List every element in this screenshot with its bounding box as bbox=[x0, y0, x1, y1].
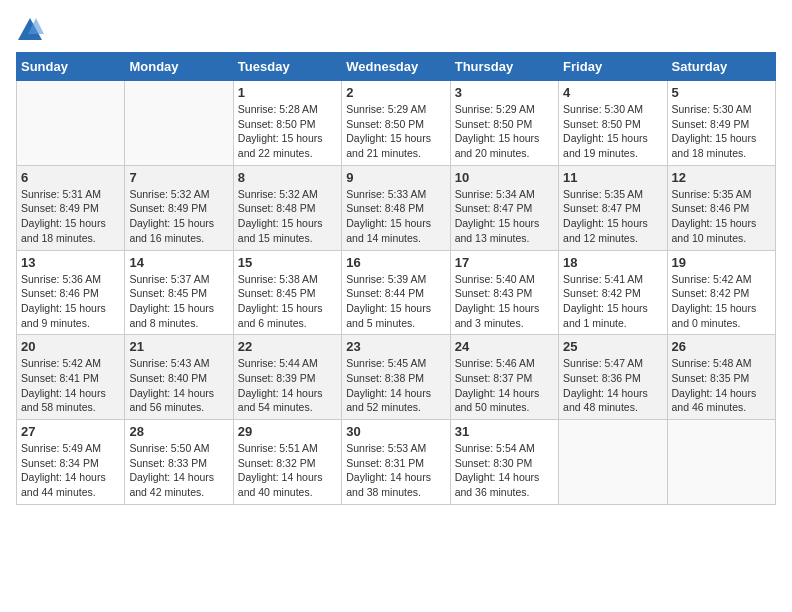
day-number: 3 bbox=[455, 85, 554, 100]
day-number: 11 bbox=[563, 170, 662, 185]
calendar-cell bbox=[17, 81, 125, 166]
calendar-week-row: 6Sunrise: 5:31 AM Sunset: 8:49 PM Daylig… bbox=[17, 165, 776, 250]
calendar-cell: 25Sunrise: 5:47 AM Sunset: 8:36 PM Dayli… bbox=[559, 335, 667, 420]
calendar-header-thursday: Thursday bbox=[450, 53, 558, 81]
day-info: Sunrise: 5:39 AM Sunset: 8:44 PM Dayligh… bbox=[346, 272, 445, 331]
calendar-cell: 11Sunrise: 5:35 AM Sunset: 8:47 PM Dayli… bbox=[559, 165, 667, 250]
day-number: 9 bbox=[346, 170, 445, 185]
calendar-header-monday: Monday bbox=[125, 53, 233, 81]
calendar-header-row: SundayMondayTuesdayWednesdayThursdayFrid… bbox=[17, 53, 776, 81]
calendar-cell: 31Sunrise: 5:54 AM Sunset: 8:30 PM Dayli… bbox=[450, 420, 558, 505]
calendar-week-row: 1Sunrise: 5:28 AM Sunset: 8:50 PM Daylig… bbox=[17, 81, 776, 166]
calendar-cell: 3Sunrise: 5:29 AM Sunset: 8:50 PM Daylig… bbox=[450, 81, 558, 166]
calendar-cell: 30Sunrise: 5:53 AM Sunset: 8:31 PM Dayli… bbox=[342, 420, 450, 505]
calendar-week-row: 13Sunrise: 5:36 AM Sunset: 8:46 PM Dayli… bbox=[17, 250, 776, 335]
day-number: 24 bbox=[455, 339, 554, 354]
calendar-cell: 29Sunrise: 5:51 AM Sunset: 8:32 PM Dayli… bbox=[233, 420, 341, 505]
calendar-cell: 15Sunrise: 5:38 AM Sunset: 8:45 PM Dayli… bbox=[233, 250, 341, 335]
day-info: Sunrise: 5:51 AM Sunset: 8:32 PM Dayligh… bbox=[238, 441, 337, 500]
day-info: Sunrise: 5:48 AM Sunset: 8:35 PM Dayligh… bbox=[672, 356, 771, 415]
calendar-cell: 24Sunrise: 5:46 AM Sunset: 8:37 PM Dayli… bbox=[450, 335, 558, 420]
page-header bbox=[16, 16, 776, 44]
calendar-cell: 16Sunrise: 5:39 AM Sunset: 8:44 PM Dayli… bbox=[342, 250, 450, 335]
day-info: Sunrise: 5:35 AM Sunset: 8:46 PM Dayligh… bbox=[672, 187, 771, 246]
day-number: 26 bbox=[672, 339, 771, 354]
day-info: Sunrise: 5:54 AM Sunset: 8:30 PM Dayligh… bbox=[455, 441, 554, 500]
calendar-cell: 5Sunrise: 5:30 AM Sunset: 8:49 PM Daylig… bbox=[667, 81, 775, 166]
day-number: 1 bbox=[238, 85, 337, 100]
calendar-cell: 7Sunrise: 5:32 AM Sunset: 8:49 PM Daylig… bbox=[125, 165, 233, 250]
calendar-week-row: 20Sunrise: 5:42 AM Sunset: 8:41 PM Dayli… bbox=[17, 335, 776, 420]
calendar-week-row: 27Sunrise: 5:49 AM Sunset: 8:34 PM Dayli… bbox=[17, 420, 776, 505]
day-info: Sunrise: 5:40 AM Sunset: 8:43 PM Dayligh… bbox=[455, 272, 554, 331]
day-info: Sunrise: 5:36 AM Sunset: 8:46 PM Dayligh… bbox=[21, 272, 120, 331]
day-info: Sunrise: 5:38 AM Sunset: 8:45 PM Dayligh… bbox=[238, 272, 337, 331]
logo bbox=[16, 16, 48, 44]
calendar-cell: 2Sunrise: 5:29 AM Sunset: 8:50 PM Daylig… bbox=[342, 81, 450, 166]
day-info: Sunrise: 5:28 AM Sunset: 8:50 PM Dayligh… bbox=[238, 102, 337, 161]
calendar-cell bbox=[667, 420, 775, 505]
day-number: 7 bbox=[129, 170, 228, 185]
day-number: 21 bbox=[129, 339, 228, 354]
calendar-cell: 13Sunrise: 5:36 AM Sunset: 8:46 PM Dayli… bbox=[17, 250, 125, 335]
day-number: 29 bbox=[238, 424, 337, 439]
day-info: Sunrise: 5:32 AM Sunset: 8:49 PM Dayligh… bbox=[129, 187, 228, 246]
day-info: Sunrise: 5:29 AM Sunset: 8:50 PM Dayligh… bbox=[346, 102, 445, 161]
day-info: Sunrise: 5:46 AM Sunset: 8:37 PM Dayligh… bbox=[455, 356, 554, 415]
day-number: 5 bbox=[672, 85, 771, 100]
day-number: 14 bbox=[129, 255, 228, 270]
day-info: Sunrise: 5:47 AM Sunset: 8:36 PM Dayligh… bbox=[563, 356, 662, 415]
calendar-cell: 18Sunrise: 5:41 AM Sunset: 8:42 PM Dayli… bbox=[559, 250, 667, 335]
day-number: 27 bbox=[21, 424, 120, 439]
day-info: Sunrise: 5:53 AM Sunset: 8:31 PM Dayligh… bbox=[346, 441, 445, 500]
calendar-cell: 19Sunrise: 5:42 AM Sunset: 8:42 PM Dayli… bbox=[667, 250, 775, 335]
calendar-cell: 27Sunrise: 5:49 AM Sunset: 8:34 PM Dayli… bbox=[17, 420, 125, 505]
day-number: 18 bbox=[563, 255, 662, 270]
calendar-header-wednesday: Wednesday bbox=[342, 53, 450, 81]
calendar-cell: 21Sunrise: 5:43 AM Sunset: 8:40 PM Dayli… bbox=[125, 335, 233, 420]
calendar-cell: 10Sunrise: 5:34 AM Sunset: 8:47 PM Dayli… bbox=[450, 165, 558, 250]
day-info: Sunrise: 5:50 AM Sunset: 8:33 PM Dayligh… bbox=[129, 441, 228, 500]
day-number: 28 bbox=[129, 424, 228, 439]
day-number: 22 bbox=[238, 339, 337, 354]
day-info: Sunrise: 5:42 AM Sunset: 8:42 PM Dayligh… bbox=[672, 272, 771, 331]
day-number: 13 bbox=[21, 255, 120, 270]
day-info: Sunrise: 5:44 AM Sunset: 8:39 PM Dayligh… bbox=[238, 356, 337, 415]
day-number: 12 bbox=[672, 170, 771, 185]
day-info: Sunrise: 5:31 AM Sunset: 8:49 PM Dayligh… bbox=[21, 187, 120, 246]
day-info: Sunrise: 5:33 AM Sunset: 8:48 PM Dayligh… bbox=[346, 187, 445, 246]
day-info: Sunrise: 5:37 AM Sunset: 8:45 PM Dayligh… bbox=[129, 272, 228, 331]
day-info: Sunrise: 5:43 AM Sunset: 8:40 PM Dayligh… bbox=[129, 356, 228, 415]
day-number: 16 bbox=[346, 255, 445, 270]
day-number: 31 bbox=[455, 424, 554, 439]
calendar-header-sunday: Sunday bbox=[17, 53, 125, 81]
calendar-cell: 8Sunrise: 5:32 AM Sunset: 8:48 PM Daylig… bbox=[233, 165, 341, 250]
day-info: Sunrise: 5:42 AM Sunset: 8:41 PM Dayligh… bbox=[21, 356, 120, 415]
day-number: 20 bbox=[21, 339, 120, 354]
day-info: Sunrise: 5:30 AM Sunset: 8:49 PM Dayligh… bbox=[672, 102, 771, 161]
day-number: 23 bbox=[346, 339, 445, 354]
calendar-header-saturday: Saturday bbox=[667, 53, 775, 81]
calendar-header-tuesday: Tuesday bbox=[233, 53, 341, 81]
calendar-cell: 1Sunrise: 5:28 AM Sunset: 8:50 PM Daylig… bbox=[233, 81, 341, 166]
day-number: 25 bbox=[563, 339, 662, 354]
day-number: 30 bbox=[346, 424, 445, 439]
calendar-cell: 28Sunrise: 5:50 AM Sunset: 8:33 PM Dayli… bbox=[125, 420, 233, 505]
day-info: Sunrise: 5:35 AM Sunset: 8:47 PM Dayligh… bbox=[563, 187, 662, 246]
day-info: Sunrise: 5:45 AM Sunset: 8:38 PM Dayligh… bbox=[346, 356, 445, 415]
calendar-cell: 12Sunrise: 5:35 AM Sunset: 8:46 PM Dayli… bbox=[667, 165, 775, 250]
day-info: Sunrise: 5:34 AM Sunset: 8:47 PM Dayligh… bbox=[455, 187, 554, 246]
calendar-cell: 22Sunrise: 5:44 AM Sunset: 8:39 PM Dayli… bbox=[233, 335, 341, 420]
calendar-cell bbox=[559, 420, 667, 505]
calendar-cell: 20Sunrise: 5:42 AM Sunset: 8:41 PM Dayli… bbox=[17, 335, 125, 420]
day-number: 8 bbox=[238, 170, 337, 185]
day-number: 10 bbox=[455, 170, 554, 185]
calendar-cell: 17Sunrise: 5:40 AM Sunset: 8:43 PM Dayli… bbox=[450, 250, 558, 335]
day-number: 17 bbox=[455, 255, 554, 270]
calendar-cell: 26Sunrise: 5:48 AM Sunset: 8:35 PM Dayli… bbox=[667, 335, 775, 420]
calendar-cell: 9Sunrise: 5:33 AM Sunset: 8:48 PM Daylig… bbox=[342, 165, 450, 250]
day-number: 4 bbox=[563, 85, 662, 100]
day-number: 2 bbox=[346, 85, 445, 100]
logo-icon bbox=[16, 16, 44, 44]
calendar-cell: 4Sunrise: 5:30 AM Sunset: 8:50 PM Daylig… bbox=[559, 81, 667, 166]
